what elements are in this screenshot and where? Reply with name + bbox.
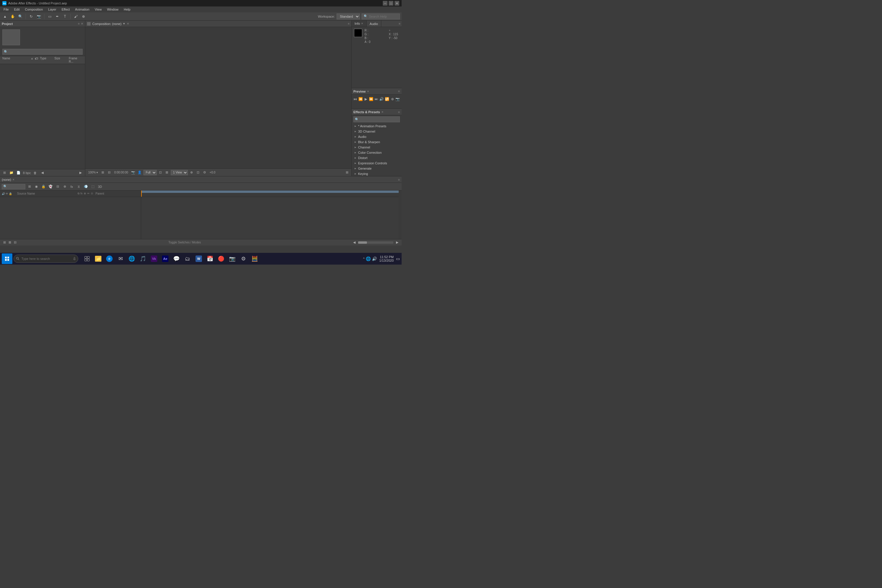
taskbar-browser[interactable]: 🌐 xyxy=(126,254,137,264)
comp-3d-btn[interactable]: 👤 xyxy=(137,170,142,175)
next-btn[interactable]: ▶ xyxy=(78,170,83,176)
taskbar-search-input[interactable] xyxy=(21,257,72,261)
comp-panel-menu-btn[interactable]: ≡ xyxy=(348,22,350,25)
taskbar-mail[interactable]: ✉ xyxy=(115,254,126,264)
effect-item-1[interactable]: ►3D Channel xyxy=(352,129,402,134)
project-panel-controls[interactable]: ≡ ✕ xyxy=(78,22,83,25)
effect-item-8[interactable]: ►Generate xyxy=(352,166,402,171)
tool-rotate[interactable]: ↻ xyxy=(28,13,34,20)
menu-composition[interactable]: Composition xyxy=(22,6,45,12)
prev-loop-btn[interactable]: 🔁 xyxy=(385,96,389,102)
workspace-select[interactable]: Standard xyxy=(337,14,360,20)
comp-render-btn[interactable]: ⊕ xyxy=(189,170,194,175)
prev-ram-btn[interactable]: ⊕ xyxy=(390,96,394,102)
timeline-header-controls[interactable]: ≡ xyxy=(398,178,400,182)
tl-effect-btn[interactable]: fx xyxy=(69,184,75,190)
tool-zoom[interactable]: 🔍 xyxy=(17,13,24,20)
prev-audio-btn[interactable]: 🔊 xyxy=(379,96,384,102)
preview-close-btn[interactable]: ✕ xyxy=(367,90,369,93)
resolution-select[interactable]: Full xyxy=(144,170,157,175)
tool-pen[interactable]: ✒ xyxy=(54,13,61,20)
comp-close-btn[interactable]: ✕ xyxy=(127,22,129,25)
effects-search-box[interactable]: 🔍 xyxy=(353,116,400,122)
bpc-label[interactable]: 8 bpc xyxy=(23,171,31,175)
comp-expand-btn[interactable]: ⊞ xyxy=(344,170,350,175)
tl-footer-icon1[interactable]: ⊞ xyxy=(2,240,7,245)
comp-grid-btn[interactable]: ⊟ xyxy=(107,170,112,175)
comp-panel-controls[interactable]: ≡ xyxy=(348,22,350,25)
tl-frame-blend-btn[interactable]: ⧖ xyxy=(76,184,82,190)
timeline-scrollbar-v[interactable] xyxy=(399,190,402,239)
timeline-search-input[interactable] xyxy=(8,185,24,188)
systray-volume[interactable]: 🔊 xyxy=(372,256,377,261)
comp-fit-btn[interactable]: ⊞ xyxy=(100,170,105,175)
effect-item-6[interactable]: ►Distort xyxy=(352,155,402,160)
taskbar-calendar[interactable]: 📅 xyxy=(205,254,215,264)
taskbar-camera[interactable]: 📷 xyxy=(227,254,237,264)
comp-settings-btn[interactable]: ⚙ xyxy=(202,170,207,175)
preview-menu-btn[interactable]: ≡ xyxy=(398,90,400,93)
taskbar-reddit[interactable]: 🔴 xyxy=(216,254,226,264)
prev-btn[interactable]: ◀ xyxy=(40,170,45,176)
effect-item-0[interactable]: ►* Animation Presets xyxy=(352,123,402,129)
taskbar-search[interactable] xyxy=(14,255,78,263)
menu-window[interactable]: Window xyxy=(105,6,121,12)
taskbar-clock[interactable]: 11:52 PM 1/13/2020 xyxy=(379,255,394,262)
effect-item-7[interactable]: ►Expression Controls xyxy=(352,160,402,166)
effect-item-5[interactable]: ►Color Correction xyxy=(352,150,402,155)
effect-item-4[interactable]: ►Channel xyxy=(352,145,402,150)
menu-edit[interactable]: Edit xyxy=(12,6,22,12)
timeline-scrollbar-thumb[interactable] xyxy=(358,242,367,244)
comp-camera-btn[interactable]: 📷 xyxy=(130,170,136,175)
tl-scroll-right[interactable]: ▶ xyxy=(394,240,400,245)
menu-layer[interactable]: Layer xyxy=(46,6,59,12)
prev-step-fwd-btn[interactable]: ⏩ xyxy=(369,96,374,102)
comp-dropdown-btn[interactable]: ▾ xyxy=(123,22,125,26)
tl-shy-btn[interactable]: 👻 xyxy=(48,184,54,190)
tab-info[interactable]: Info ✕ xyxy=(352,21,367,27)
effects-header-controls[interactable]: ≡ xyxy=(398,110,400,114)
tl-comp-btn[interactable]: ⊞ xyxy=(27,184,32,190)
titlebar-controls[interactable]: ─ □ ✕ xyxy=(383,1,399,6)
systray-network[interactable]: 🌐 xyxy=(366,256,371,261)
prev-step-back-btn[interactable]: ⏪ xyxy=(358,96,363,102)
tool-rect[interactable]: ▭ xyxy=(46,13,53,20)
tool-text[interactable]: T xyxy=(62,13,68,20)
effect-item-9[interactable]: ►Keying xyxy=(352,171,402,176)
menu-effect[interactable]: Effect xyxy=(59,6,72,12)
taskbar-edge[interactable]: e xyxy=(104,254,115,264)
footage-btn[interactable]: 📄 xyxy=(16,170,21,176)
taskbar-calculator[interactable]: 🧮 xyxy=(249,254,260,264)
comp-transparency-btn[interactable]: ⊠ xyxy=(164,170,170,175)
taskbar-music[interactable]: 🎵 xyxy=(138,254,148,264)
effects-menu-btn[interactable]: ≡ xyxy=(398,111,400,114)
minimize-button[interactable]: ─ xyxy=(383,1,387,6)
tool-paint[interactable]: 🖌 xyxy=(73,13,79,20)
tool-hand[interactable]: ✋ xyxy=(9,13,16,20)
menu-file[interactable]: File xyxy=(1,6,11,12)
info-header-controls[interactable]: ≡ xyxy=(399,22,402,25)
prev-to-start-btn[interactable]: ⏮ xyxy=(353,96,357,102)
search-help-box[interactable]: 🔍 xyxy=(362,14,400,20)
tl-lock-btn[interactable]: 🔒 xyxy=(40,184,46,190)
preview-header-controls[interactable]: ≡ xyxy=(398,90,400,93)
timeline-work-area[interactable] xyxy=(141,190,399,193)
comp-region-btn[interactable]: ⊡ xyxy=(195,170,201,175)
tl-quality-btn[interactable]: ⊕ xyxy=(62,184,68,190)
taskbar-word[interactable]: W xyxy=(194,254,204,264)
project-search-box[interactable]: 🔍 xyxy=(2,49,82,55)
timecode-display[interactable]: 0:00:00:00 xyxy=(113,171,129,174)
comp-preview-btn[interactable]: ⊡ xyxy=(158,170,163,175)
folder-btn[interactable]: 📁 xyxy=(9,170,14,176)
taskbar-discord[interactable]: 💬 xyxy=(171,254,182,264)
effects-search-input[interactable] xyxy=(360,118,398,121)
project-search-input[interactable] xyxy=(9,50,81,54)
tl-footer-icon2[interactable]: ⊠ xyxy=(7,240,12,245)
taskbar-apps[interactable]: ⚙ xyxy=(238,254,249,264)
zoom-selector[interactable]: 100% ▾ xyxy=(87,171,99,174)
tl-collapse-btn[interactable]: ⊟ xyxy=(55,184,61,190)
view-select[interactable]: 1 View xyxy=(171,170,188,175)
tl-motion-blur-btn[interactable]: 💨 xyxy=(83,184,89,190)
timeline-close-btn[interactable]: ✕ xyxy=(12,178,15,181)
project-panel-close-btn[interactable]: ✕ xyxy=(81,22,83,25)
